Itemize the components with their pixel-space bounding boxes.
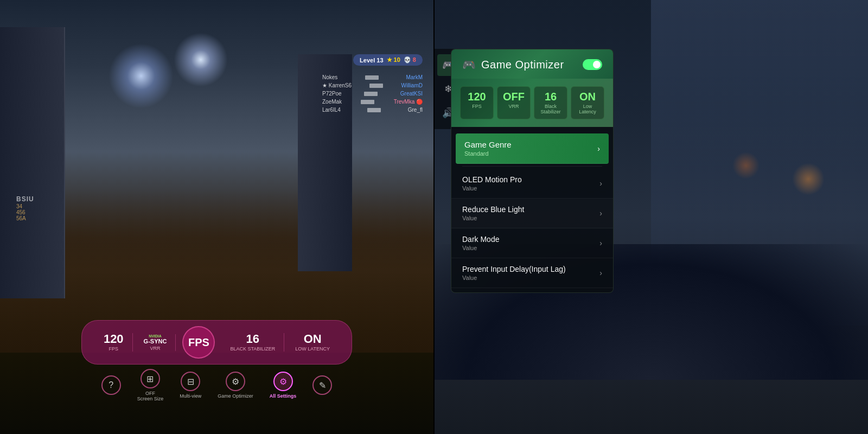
star-count: ★ 10 [387,56,400,63]
player-list: Nokes MarkM ★ KarrenS6 WilliamD P72Poe G… [322,73,423,114]
menu-item-text: Game Genre Standard [464,140,512,157]
opt-vrr-value: OFF [501,91,527,102]
player-row: P72Poe GreatKSI [322,90,423,98]
game-genre-title: Game Genre [464,140,512,149]
opt-fps-stat: 120 FPS [460,86,494,119]
player-name-left: Nokes [322,74,337,80]
screen-divider [433,0,435,434]
opt-black-stab-stat: 16 Black Stabilizer [534,86,567,119]
torch-light-2 [732,152,760,179]
player-name-right: WilliamD [401,82,423,88]
torch-light-1 [792,163,825,195]
optimizer-title-row: 🎮 Game Optimizer [462,58,564,71]
low-lat-label: Low Latency [295,346,330,352]
level-text: Level 13 [360,57,383,63]
main-container: BSIU 3445656A Level 13 ★ 10 💀 8 Nokes Ma… [0,0,868,434]
screen-size-label: OFFScreen Size [137,391,164,401]
player-name-left: ZoeMak [322,99,342,105]
opt-low-lat-stat: ON Low Latency [571,86,604,119]
optimizer-title: Game Optimizer [481,59,564,71]
building-label: BSIU [16,195,34,203]
menu-item-reduce-blue-light[interactable]: Reduce Blue Light Value › [451,199,613,228]
left-screen: BSIU 3445656A Level 13 ★ 10 💀 8 Nokes Ma… [0,0,433,434]
fps-stat: 120 FPS [95,333,133,352]
chevron-icon: › [597,144,600,153]
multiview-label: Multi-view [180,393,201,399]
opt-fps-label: FPS [464,104,490,109]
light-source-1 [108,43,174,108]
game-optimizer-label: Game Optimizer [218,393,253,399]
player-row: Lar6IL4 Gre_fl [322,106,423,114]
player-name-left: ★ KarrenS6 [322,82,352,88]
edit-icon: ✎ [312,375,332,395]
oled-motion-value: Value [462,185,522,192]
menu-item-prevent-input-delay[interactable]: Prevent Input Delay(Input Lag) Value › [451,258,613,288]
player-name-right: MarkM [406,74,423,80]
player-name-right: Gre_fl [408,107,423,113]
player-name-right: TrevMka 🔴 [394,99,423,105]
fps-big-button[interactable]: FPS [182,326,215,359]
menu-item-dark-mode[interactable]: Dark Mode Value › [451,228,613,258]
prevent-input-delay-title: Prevent Input Delay(Input Lag) [462,265,566,273]
game-genre-value: Standard [464,150,512,157]
chevron-icon: › [599,209,602,218]
player-name-left: Lar6IL4 [322,107,341,113]
optimizer-stats: 120 FPS OFF VRR 16 Black Stabilizer ON L… [451,79,613,127]
bottom-controls: ? ⊞ OFFScreen Size ⊟ Multi-view ⚙ Game O… [101,369,333,401]
multiview-icon: ⊟ [181,372,200,391]
fps-value: 120 [104,333,124,345]
optimizer-header: 🎮 Game Optimizer [451,49,613,79]
help-icon: ? [101,375,121,395]
opt-vrr-stat: OFF VRR [497,86,531,119]
skull-count: 💀 8 [404,56,416,63]
gsync-label: G-SYNC [144,338,167,344]
dark-mode-title: Dark Mode [462,235,499,244]
optimizer-panel: 🎮 Game Optimizer 120 FPS OFF VRR 16 Blac… [451,49,614,293]
menu-divider [462,166,602,167]
gun-icon [361,100,374,104]
gun-icon [365,75,379,80]
nvidia-logo: NVIDIA G-SYNC [144,334,167,344]
screen-size-button[interactable]: ⊞ OFFScreen Size [137,369,164,401]
black-stab-label: Black Stabilizer [230,346,275,352]
menu-item-text: Dark Mode Value [462,235,499,251]
dark-mode-value: Value [462,245,499,251]
opt-fps-value: 120 [464,91,490,102]
level-bar: Level 13 ★ 10 💀 8 [353,54,423,66]
oled-motion-title: OLED Motion Pro [462,175,522,184]
gun-icon [364,92,378,96]
game-optimizer-button[interactable]: ⚙ Game Optimizer [218,372,253,399]
all-settings-icon: ⚙ [273,372,293,391]
opt-low-lat-value: ON [575,91,601,102]
hud-bottom: 120 FPS NVIDIA G-SYNC VRR FPS 16 Black S… [0,320,433,401]
menu-item-text: Prevent Input Delay(Input Lag) Value [462,265,566,281]
menu-item-game-genre[interactable]: Game Genre Standard › [456,133,609,164]
multiview-button[interactable]: ⊟ Multi-view [180,372,201,399]
player-row: ZoeMak TrevMka 🔴 [322,98,423,106]
prevent-input-delay-value: Value [462,275,566,281]
low-lat-value: ON [304,333,322,345]
screen-size-icon: ⊞ [141,369,160,388]
optimizer-toggle[interactable] [583,59,602,70]
vrr-label: VRR [150,346,160,351]
all-settings-label: All Settings [270,393,297,399]
fps-label: FPS [108,346,118,352]
edit-button[interactable]: ✎ [312,375,332,395]
player-row: ★ KarrenS6 WilliamD [322,81,423,90]
help-button[interactable]: ? [101,375,121,395]
menu-item-oled-motion[interactable]: OLED Motion Pro Value › [451,169,613,199]
menu-item-text: Reduce Blue Light Value [462,205,524,221]
game-optimizer-icon: ⚙ [226,372,245,391]
player-row: Nokes MarkM [322,73,423,81]
black-stab-value: 16 [246,333,259,345]
wall-left [0,27,65,298]
menu-item-text: OLED Motion Pro Value [462,175,522,192]
opt-black-stab-value: 16 [538,91,564,102]
player-name-left: P72Poe [322,91,342,97]
all-settings-button[interactable]: ⚙ All Settings [270,372,297,399]
fps-big-label: FPS [188,336,209,349]
chevron-icon: › [599,179,602,188]
gun-icon [369,84,383,88]
opt-low-lat-label: Low Latency [575,104,601,114]
optimizer-menu: Game Genre Standard › OLED Motion Pro Va… [451,127,613,292]
